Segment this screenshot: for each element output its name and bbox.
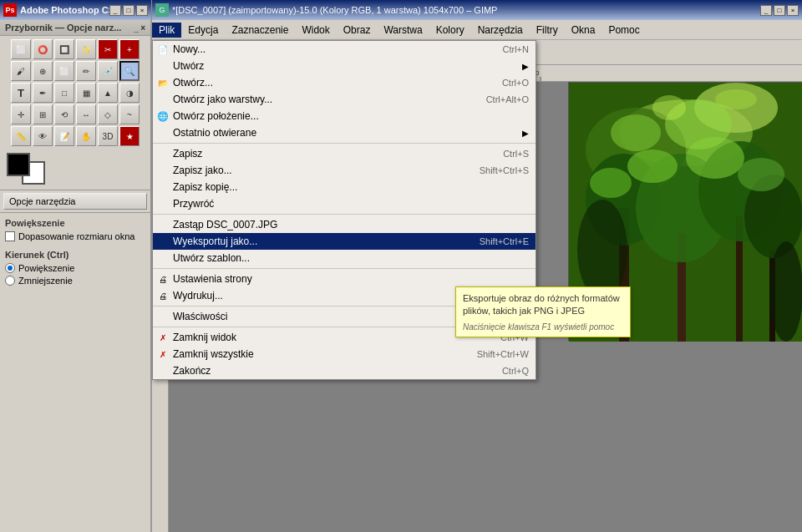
menu-zastap[interactable]: Zastąp DSC_0007.JPG	[153, 216, 536, 233]
wydrukuj-icon: 🖨	[156, 289, 170, 302]
menu-item-obraz[interactable]: Obraz	[337, 23, 378, 38]
tool-pencil[interactable]: ✏	[76, 61, 96, 81]
menu-item-pomoc[interactable]: Pomoc	[602, 23, 646, 38]
zamknij-widok-label: Zamknij widok	[173, 332, 236, 343]
tool-select-rect[interactable]: ⬜	[11, 39, 31, 59]
gimp-minimize-btn[interactable]: _	[760, 5, 772, 16]
menu-utworz[interactable]: Utwórz ▶	[153, 58, 536, 74]
tool-lasso[interactable]: 🔲	[54, 39, 74, 59]
svg-point-53	[715, 89, 757, 109]
zoom-in-radio[interactable]	[5, 263, 15, 273]
menu-zapisz-kopie[interactable]: Zapisz kopię...	[153, 179, 536, 195]
zakoncz-icon	[156, 364, 170, 377]
fg-color-swatch[interactable]	[7, 153, 30, 176]
zoom-out-radio[interactable]	[5, 276, 15, 286]
tool-3d[interactable]: 3D	[98, 126, 118, 146]
tool-red-eye[interactable]: 👁	[33, 126, 53, 146]
zapisz-shortcut: Ctrl+S	[503, 149, 529, 159]
menu-ostatnio[interactable]: Ostatnio otwierane ▶	[153, 124, 536, 141]
options-bar: Opcje narzędzia	[0, 190, 150, 213]
ps-minimize-btn[interactable]: _	[109, 5, 121, 16]
wyeksportuj-shortcut: Shift+Ctrl+E	[480, 236, 529, 246]
tool-notes[interactable]: 📝	[54, 126, 74, 146]
tool-zoom-active[interactable]: 🔍	[119, 61, 140, 81]
wydrukuj-label: Wydrukuj...	[173, 290, 223, 301]
gimp-close-btn[interactable]: ×	[787, 5, 799, 16]
menu-zapisz-jako[interactable]: Zapisz jako... Shift+Ctrl+S	[153, 162, 536, 179]
menu-item-kolory[interactable]: Kolory	[429, 23, 471, 38]
menu-nowy[interactable]: 📄 Nowy... Ctrl+N	[153, 41, 536, 58]
gimp-maximize-btn[interactable]: □	[774, 5, 785, 16]
utworz-szablon-label: Utwórz szablon...	[173, 252, 250, 264]
panel-minimize-icon[interactable]: _	[135, 23, 140, 33]
tool-dodge[interactable]: ◑	[119, 83, 140, 103]
menu-item-narzedzia[interactable]: Narzędzia	[471, 23, 530, 38]
menu-item-edycja[interactable]: Edycja	[181, 23, 225, 38]
tool-magic-wand[interactable]: ✨	[76, 39, 96, 59]
tool-eraser[interactable]: ⬜	[54, 61, 74, 81]
menu-otworz-warstwy[interactable]: Otwórz jako warstwy... Ctrl+Alt+O	[153, 91, 536, 108]
toolbox-grid: ⬜ ⭕ 🔲 ✨ ✂ + 🖌 ⊕ ⬜ ✏ 💉 🔍 T ✒ □ ▦	[0, 36, 150, 149]
menu-item-plik[interactable]: Plik	[152, 23, 181, 38]
svg-point-46	[590, 168, 632, 198]
tool-measure[interactable]: 📏	[11, 126, 31, 146]
fit-window-label: Dopasowanie rozmiaru okna	[18, 231, 135, 241]
nowy-shortcut: Ctrl+N	[503, 44, 529, 54]
menu-item-widok[interactable]: Widok	[295, 23, 336, 38]
tool-heal[interactable]: +	[119, 39, 140, 59]
tool-transform[interactable]: ⟲	[54, 104, 74, 124]
zamknij-wszystkie-label: Zamknij wszystkie	[173, 348, 254, 360]
toolbox-title: Przybornik — Opcje narz...	[5, 23, 121, 33]
menu-item-warstwa[interactable]: Warstwa	[377, 23, 429, 38]
tool-move[interactable]: ✛	[11, 104, 31, 124]
tool-options-button[interactable]: Opcje narzędzia	[3, 193, 147, 210]
menu-zapisz[interactable]: Zapisz Ctrl+S	[153, 145, 536, 162]
otworz-warstwy-icon	[156, 93, 170, 106]
menu-utworz-szablon[interactable]: Utwórz szablon...	[153, 250, 536, 266]
zapisz-kopie-label: Zapisz kopię...	[173, 181, 237, 193]
zakoncz-label: Zakończ	[173, 365, 211, 377]
tool-brush[interactable]: 🖌	[11, 61, 31, 81]
menu-otworz[interactable]: 📂 Otwórz... Ctrl+O	[153, 74, 536, 91]
ps-close-btn[interactable]: ×	[136, 5, 148, 16]
tool-gradient[interactable]: ▦	[76, 83, 96, 103]
wlasciwosci-label: Właściwości	[173, 311, 227, 322]
tool-color-picker[interactable]: 💉	[98, 61, 118, 81]
tool-align[interactable]: ⊞	[33, 104, 53, 124]
zamknij-wszystkie-shortcut: Shift+Ctrl+W	[477, 349, 529, 359]
zoom-section: Powiększenie Dopasowanie rozmiaru okna	[0, 213, 150, 250]
tool-select-ellipse[interactable]: ⭕	[33, 39, 53, 59]
menu-item-zaznaczenie[interactable]: Zaznaczenie	[225, 23, 295, 38]
tool-sharpen[interactable]: ◇	[98, 104, 118, 124]
tool-text[interactable]: T	[11, 83, 31, 103]
zoom-title: Powiększenie	[5, 218, 145, 228]
tool-shapes[interactable]: □	[54, 83, 74, 103]
zapisz-label: Zapisz	[173, 148, 202, 160]
panel-close-icon[interactable]: ×	[140, 23, 145, 33]
menu-otworz-polozenie[interactable]: 🌐 Otwórz położenie...	[153, 108, 536, 124]
svg-point-47	[738, 158, 784, 191]
tool-hand[interactable]: ✋	[76, 126, 96, 146]
tool-flip[interactable]: ↔	[76, 104, 96, 124]
ps-maximize-btn[interactable]: □	[123, 5, 135, 16]
tool-clone[interactable]: ⊕	[33, 61, 53, 81]
menu-ustawienia-strony[interactable]: 🖨 Ustawienia strony	[153, 271, 536, 287]
tool-extra[interactable]: ★	[119, 126, 140, 146]
zapisz-icon	[156, 147, 170, 160]
tool-crop[interactable]: ✂	[98, 39, 118, 59]
menu-item-filtry[interactable]: Filtry	[530, 23, 565, 38]
svg-point-44	[627, 149, 678, 183]
menu-zakoncz[interactable]: Zakończ Ctrl+Q	[153, 362, 536, 379]
tool-smudge[interactable]: ~	[119, 104, 140, 124]
menu-przywroc[interactable]: Przywróć	[153, 195, 536, 212]
menu-wyeksportuj[interactable]: Wyeksportuj jako... Shift+Ctrl+E	[153, 233, 536, 250]
fit-window-checkbox[interactable]	[5, 231, 15, 241]
przywroc-label: Przywróć	[173, 198, 214, 210]
otworz-icon: 📂	[156, 76, 170, 89]
menu-item-okna[interactable]: Okna	[565, 23, 602, 38]
menu-zamknij-wszystkie[interactable]: ✗ Zamknij wszystkie Shift+Ctrl+W	[153, 346, 536, 362]
tool-path[interactable]: ✒	[33, 83, 53, 103]
zoom-out-label: Zmniejszenie	[18, 276, 73, 286]
nowy-icon: 📄	[156, 43, 170, 56]
tool-bucket[interactable]: ▲	[98, 83, 118, 103]
